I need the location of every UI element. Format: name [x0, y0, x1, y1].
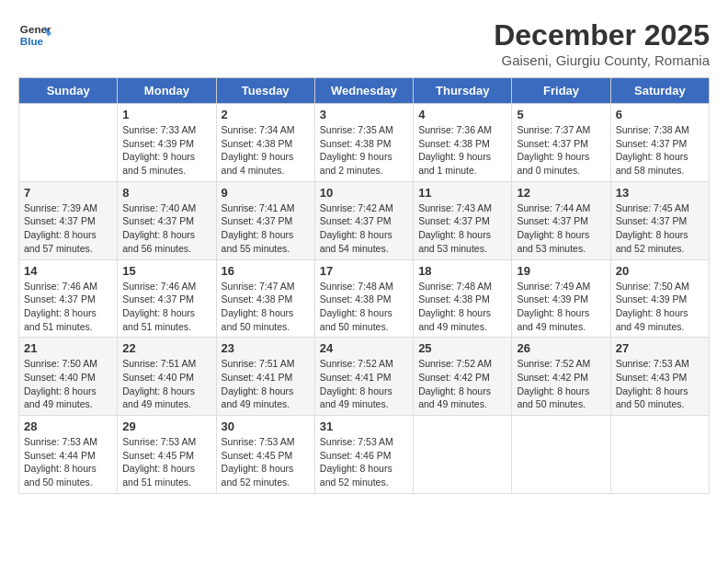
day-info: Sunrise: 7:34 AM Sunset: 4:38 PM Dayligh… [222, 123, 310, 178]
day-header-sunday: Sunday [19, 78, 118, 104]
calendar-cell: 29Sunrise: 7:53 AM Sunset: 4:45 PM Dayli… [118, 416, 216, 494]
calendar-cell: 11Sunrise: 7:43 AM Sunset: 4:37 PM Dayli… [414, 181, 512, 259]
calendar-table: SundayMondayTuesdayWednesdayThursdayFrid… [18, 77, 710, 494]
calendar-header-row: SundayMondayTuesdayWednesdayThursdayFrid… [19, 78, 710, 104]
subtitle: Gaiseni, Giurgiu County, Romania [494, 52, 710, 68]
week-row-4: 21Sunrise: 7:50 AM Sunset: 4:40 PM Dayli… [19, 338, 710, 416]
calendar-cell: 8Sunrise: 7:40 AM Sunset: 4:37 PM Daylig… [118, 181, 216, 259]
day-number: 28 [24, 419, 112, 433]
calendar-cell: 2Sunrise: 7:34 AM Sunset: 4:38 PM Daylig… [216, 104, 314, 182]
day-info: Sunrise: 7:36 AM Sunset: 4:38 PM Dayligh… [418, 123, 506, 178]
calendar-cell [414, 416, 512, 494]
day-info: Sunrise: 7:43 AM Sunset: 4:37 PM Dayligh… [418, 201, 506, 256]
calendar-cell: 4Sunrise: 7:36 AM Sunset: 4:38 PM Daylig… [414, 104, 512, 182]
day-number: 2 [222, 108, 310, 121]
day-info: Sunrise: 7:40 AM Sunset: 4:37 PM Dayligh… [122, 201, 210, 256]
day-info: Sunrise: 7:46 AM Sunset: 4:37 PM Dayligh… [24, 280, 112, 334]
day-info: Sunrise: 7:37 AM Sunset: 4:37 PM Dayligh… [517, 123, 605, 178]
day-number: 21 [24, 341, 112, 355]
day-info: Sunrise: 7:52 AM Sunset: 4:42 PM Dayligh… [418, 357, 506, 411]
day-number: 4 [418, 108, 506, 121]
calendar-cell: 30Sunrise: 7:53 AM Sunset: 4:45 PM Dayli… [216, 416, 314, 494]
calendar-cell: 14Sunrise: 7:46 AM Sunset: 4:37 PM Dayli… [19, 259, 118, 338]
day-info: Sunrise: 7:48 AM Sunset: 4:38 PM Dayligh… [320, 280, 408, 334]
day-info: Sunrise: 7:53 AM Sunset: 4:44 PM Dayligh… [24, 435, 112, 489]
day-info: Sunrise: 7:51 AM Sunset: 4:40 PM Dayligh… [122, 357, 210, 411]
day-number: 14 [24, 264, 112, 278]
day-number: 12 [517, 186, 605, 200]
day-number: 9 [222, 186, 310, 200]
day-info: Sunrise: 7:50 AM Sunset: 4:40 PM Dayligh… [24, 357, 112, 411]
day-header-wednesday: Wednesday [314, 78, 413, 104]
day-info: Sunrise: 7:52 AM Sunset: 4:42 PM Dayligh… [517, 357, 605, 411]
day-number: 30 [222, 419, 310, 433]
day-number: 29 [122, 419, 210, 433]
calendar-cell: 19Sunrise: 7:49 AM Sunset: 4:39 PM Dayli… [512, 259, 610, 338]
day-info: Sunrise: 7:35 AM Sunset: 4:38 PM Dayligh… [320, 123, 408, 178]
day-info: Sunrise: 7:41 AM Sunset: 4:37 PM Dayligh… [222, 201, 310, 256]
day-number: 20 [616, 264, 704, 278]
calendar-cell: 28Sunrise: 7:53 AM Sunset: 4:44 PM Dayli… [19, 416, 118, 494]
day-number: 23 [222, 341, 310, 355]
calendar-cell: 31Sunrise: 7:53 AM Sunset: 4:46 PM Dayli… [314, 416, 413, 494]
week-row-2: 7Sunrise: 7:39 AM Sunset: 4:37 PM Daylig… [19, 181, 710, 259]
day-number: 3 [320, 108, 408, 121]
day-number: 8 [122, 186, 210, 200]
day-number: 6 [616, 108, 704, 121]
day-info: Sunrise: 7:53 AM Sunset: 4:45 PM Dayligh… [222, 435, 310, 489]
calendar-cell [512, 416, 610, 494]
day-info: Sunrise: 7:38 AM Sunset: 4:37 PM Dayligh… [616, 123, 704, 178]
day-header-saturday: Saturday [610, 78, 709, 104]
day-number: 5 [517, 108, 605, 121]
calendar-cell: 1Sunrise: 7:33 AM Sunset: 4:39 PM Daylig… [118, 104, 216, 182]
day-info: Sunrise: 7:52 AM Sunset: 4:41 PM Dayligh… [320, 357, 408, 411]
calendar-cell: 15Sunrise: 7:46 AM Sunset: 4:37 PM Dayli… [118, 259, 216, 338]
day-number: 25 [418, 341, 506, 355]
day-info: Sunrise: 7:51 AM Sunset: 4:41 PM Dayligh… [222, 357, 310, 411]
title-area: December 2025 Gaiseni, Giurgiu County, R… [494, 18, 710, 68]
day-number: 26 [517, 341, 605, 355]
day-info: Sunrise: 7:48 AM Sunset: 4:38 PM Dayligh… [418, 280, 506, 334]
calendar-cell: 3Sunrise: 7:35 AM Sunset: 4:38 PM Daylig… [314, 104, 413, 182]
calendar-body: 1Sunrise: 7:33 AM Sunset: 4:39 PM Daylig… [19, 104, 710, 494]
day-number: 22 [122, 341, 210, 355]
day-header-monday: Monday [118, 78, 216, 104]
day-info: Sunrise: 7:39 AM Sunset: 4:37 PM Dayligh… [24, 201, 112, 256]
calendar-cell [610, 416, 709, 494]
calendar-cell: 10Sunrise: 7:42 AM Sunset: 4:37 PM Dayli… [314, 181, 413, 259]
day-number: 1 [122, 108, 210, 121]
day-number: 7 [24, 186, 112, 200]
calendar-cell: 5Sunrise: 7:37 AM Sunset: 4:37 PM Daylig… [512, 104, 610, 182]
svg-text:Blue: Blue [20, 35, 44, 47]
calendar-cell: 16Sunrise: 7:47 AM Sunset: 4:38 PM Dayli… [216, 259, 314, 338]
day-info: Sunrise: 7:53 AM Sunset: 4:43 PM Dayligh… [616, 357, 704, 411]
day-number: 18 [418, 264, 506, 278]
day-header-tuesday: Tuesday [216, 78, 314, 104]
calendar-cell: 21Sunrise: 7:50 AM Sunset: 4:40 PM Dayli… [19, 338, 118, 416]
day-info: Sunrise: 7:49 AM Sunset: 4:39 PM Dayligh… [517, 280, 605, 334]
calendar-cell: 18Sunrise: 7:48 AM Sunset: 4:38 PM Dayli… [414, 259, 512, 338]
calendar-cell: 24Sunrise: 7:52 AM Sunset: 4:41 PM Dayli… [314, 338, 413, 416]
day-info: Sunrise: 7:50 AM Sunset: 4:39 PM Dayligh… [616, 280, 704, 334]
calendar-cell: 27Sunrise: 7:53 AM Sunset: 4:43 PM Dayli… [610, 338, 709, 416]
header: General Blue December 2025 Gaiseni, Giur… [18, 18, 710, 68]
day-number: 24 [320, 341, 408, 355]
logo-icon: General Blue [18, 18, 51, 52]
week-row-1: 1Sunrise: 7:33 AM Sunset: 4:39 PM Daylig… [19, 104, 710, 182]
calendar-cell: 26Sunrise: 7:52 AM Sunset: 4:42 PM Dayli… [512, 338, 610, 416]
day-info: Sunrise: 7:47 AM Sunset: 4:38 PM Dayligh… [222, 280, 310, 334]
day-number: 31 [320, 419, 408, 433]
calendar-cell: 25Sunrise: 7:52 AM Sunset: 4:42 PM Dayli… [414, 338, 512, 416]
day-number: 11 [418, 186, 506, 200]
week-row-5: 28Sunrise: 7:53 AM Sunset: 4:44 PM Dayli… [19, 416, 710, 494]
main-title: December 2025 [494, 18, 710, 52]
day-number: 15 [122, 264, 210, 278]
calendar-cell: 6Sunrise: 7:38 AM Sunset: 4:37 PM Daylig… [610, 104, 709, 182]
calendar-cell: 17Sunrise: 7:48 AM Sunset: 4:38 PM Dayli… [314, 259, 413, 338]
day-number: 17 [320, 264, 408, 278]
calendar-cell [19, 104, 118, 182]
calendar-cell: 23Sunrise: 7:51 AM Sunset: 4:41 PM Dayli… [216, 338, 314, 416]
day-number: 10 [320, 186, 408, 200]
day-info: Sunrise: 7:44 AM Sunset: 4:37 PM Dayligh… [517, 201, 605, 256]
calendar-cell: 9Sunrise: 7:41 AM Sunset: 4:37 PM Daylig… [216, 181, 314, 259]
